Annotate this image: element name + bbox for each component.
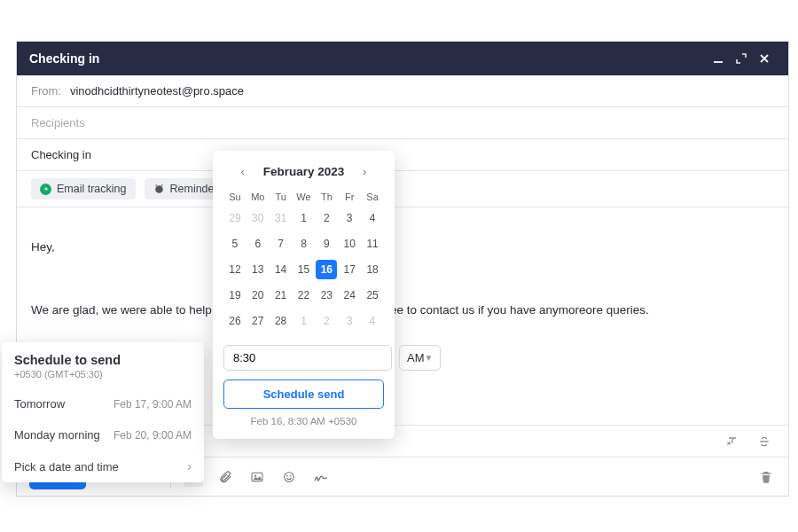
- schedule-popup-header: Schedule to send +0530 (GMT+05:30): [2, 342, 204, 388]
- calendar-day[interactable]: 24: [339, 286, 360, 305]
- calendar-dow: Th: [315, 192, 338, 202]
- calendar-day[interactable]: 25: [362, 286, 383, 305]
- calendar-day[interactable]: 15: [293, 260, 314, 279]
- time-row: AM ▼: [223, 345, 384, 371]
- calendar-day[interactable]: 29: [224, 208, 246, 228]
- calendar-day[interactable]: 19: [224, 286, 246, 305]
- caret-down-icon: ▼: [425, 353, 434, 363]
- calendar-footer: Feb 16, 8:30 AM +0530: [223, 416, 384, 426]
- schedule-tz: +0530 (GMT+05:30): [14, 369, 192, 379]
- calendar-day[interactable]: 10: [339, 234, 360, 254]
- calendar-day[interactable]: 18: [362, 260, 383, 279]
- svg-point-8: [285, 472, 294, 481]
- schedule-item-pick[interactable]: Pick a date and time ›: [2, 450, 204, 482]
- from-label: From:: [31, 84, 61, 98]
- schedule-item-label: Pick a date and time: [14, 460, 119, 473]
- schedule-send-button[interactable]: Schedule send: [223, 379, 384, 409]
- calendar-day[interactable]: 31: [270, 208, 292, 228]
- calendar-day[interactable]: 20: [247, 286, 269, 305]
- clear-format-icon[interactable]: [723, 432, 742, 451]
- calendar-dow: Tu: [270, 192, 293, 202]
- calendar-day[interactable]: 5: [224, 234, 246, 254]
- expand-icon[interactable]: [730, 47, 753, 70]
- calendar-day[interactable]: 7: [270, 234, 292, 254]
- calendar-day[interactable]: 21: [270, 286, 292, 305]
- minimize-icon[interactable]: [707, 47, 730, 70]
- recipients-field[interactable]: Recipients: [17, 107, 788, 139]
- image-icon[interactable]: [247, 467, 267, 487]
- svg-point-1: [44, 187, 47, 190]
- schedule-item-tomorrow[interactable]: Tomorrow Feb 17, 9:00 AM: [2, 388, 204, 419]
- calendar-header: ‹ February 2023 ›: [223, 163, 384, 179]
- calendar-popup: ‹ February 2023 › SuMoTuWeThFrSa29303112…: [213, 151, 395, 439]
- signature-icon[interactable]: [311, 467, 331, 487]
- ampm-select[interactable]: AM ▼: [399, 345, 441, 371]
- subject-field[interactable]: Checking in: [17, 139, 788, 171]
- calendar-day[interactable]: 26: [224, 311, 246, 331]
- calendar-day[interactable]: 8: [293, 234, 314, 254]
- calendar-day[interactable]: 4: [362, 311, 383, 331]
- reminder-label: Reminder: [170, 183, 218, 195]
- schedule-title: Schedule to send: [14, 353, 192, 367]
- attach-icon[interactable]: [215, 467, 235, 487]
- body-greeting: Hey,: [31, 239, 774, 257]
- close-icon[interactable]: [753, 47, 776, 70]
- calendar-day[interactable]: 3: [339, 208, 360, 228]
- calendar-month-label: February 2023: [263, 165, 345, 178]
- recipients-placeholder: Recipients: [31, 116, 85, 129]
- calendar-prev-icon[interactable]: ‹: [235, 163, 251, 179]
- chevron-right-icon: ›: [187, 459, 192, 473]
- calendar-day[interactable]: 22: [293, 286, 314, 305]
- calendar-dow: We: [293, 192, 316, 202]
- alarm-icon: [153, 184, 165, 195]
- email-tracking-chip[interactable]: Email tracking: [31, 178, 136, 200]
- calendar-day[interactable]: 6: [247, 234, 269, 254]
- calendar-day[interactable]: 1: [293, 311, 314, 331]
- option-chip-row: Email tracking Reminder: [17, 171, 788, 207]
- schedule-item-label: Tomorrow: [14, 397, 65, 411]
- svg-point-9: [287, 474, 289, 476]
- calendar-next-icon[interactable]: ›: [356, 163, 372, 179]
- calendar-day[interactable]: 11: [362, 234, 383, 254]
- calendar-day[interactable]: 14: [270, 260, 292, 279]
- svg-point-10: [291, 474, 293, 476]
- body-line1: We are glad, we were able to help you re…: [31, 301, 774, 320]
- schedule-item-monday[interactable]: Monday morning Feb 20, 9:00 AM: [2, 419, 204, 450]
- from-row[interactable]: From: vinodhcidthirtyneotest@pro.space: [17, 75, 788, 107]
- trash-icon[interactable]: [756, 467, 776, 487]
- calendar-day[interactable]: 30: [247, 208, 269, 228]
- schedule-item-label: Monday morning: [14, 428, 100, 442]
- calendar-dow: Su: [223, 192, 246, 202]
- calendar-day[interactable]: 27: [247, 311, 269, 331]
- calendar-day[interactable]: 23: [316, 286, 337, 305]
- calendar-day[interactable]: 2: [316, 311, 337, 331]
- tracking-dot-icon: [40, 184, 51, 195]
- calendar-grid: SuMoTuWeThFrSa29303112345678910111213141…: [223, 192, 384, 331]
- svg-point-7: [254, 474, 256, 476]
- calendar-day[interactable]: 13: [247, 260, 269, 279]
- emoji-icon[interactable]: [279, 467, 299, 487]
- calendar-day[interactable]: 12: [224, 260, 246, 279]
- strikethrough-icon[interactable]: [755, 432, 774, 451]
- calendar-day[interactable]: 1: [293, 208, 314, 228]
- from-value: vinodhcidthirtyneotest@pro.space: [70, 84, 244, 98]
- calendar-dow: Mo: [246, 192, 270, 202]
- calendar-dow: Sa: [361, 192, 384, 202]
- schedule-popup: Schedule to send +0530 (GMT+05:30) Tomor…: [2, 342, 204, 482]
- calendar-day[interactable]: 3: [339, 311, 360, 331]
- subject-value: Checking in: [31, 148, 91, 161]
- window-header: Checking in: [17, 42, 788, 75]
- tracking-label: Email tracking: [57, 183, 127, 195]
- calendar-dow: Fr: [338, 192, 361, 202]
- schedule-item-sub: Feb 17, 9:00 AM: [113, 398, 192, 411]
- time-input[interactable]: [223, 345, 392, 371]
- calendar-day[interactable]: 28: [270, 311, 292, 331]
- calendar-day[interactable]: 4: [362, 208, 383, 228]
- schedule-item-sub: Feb 20, 9:00 AM: [113, 429, 192, 442]
- calendar-day[interactable]: 16: [316, 260, 337, 279]
- calendar-day[interactable]: 9: [316, 234, 337, 254]
- window-title: Checking in: [29, 51, 99, 66]
- calendar-day[interactable]: 17: [339, 260, 360, 279]
- calendar-day[interactable]: 2: [316, 208, 337, 228]
- ampm-value: AM: [407, 351, 425, 364]
